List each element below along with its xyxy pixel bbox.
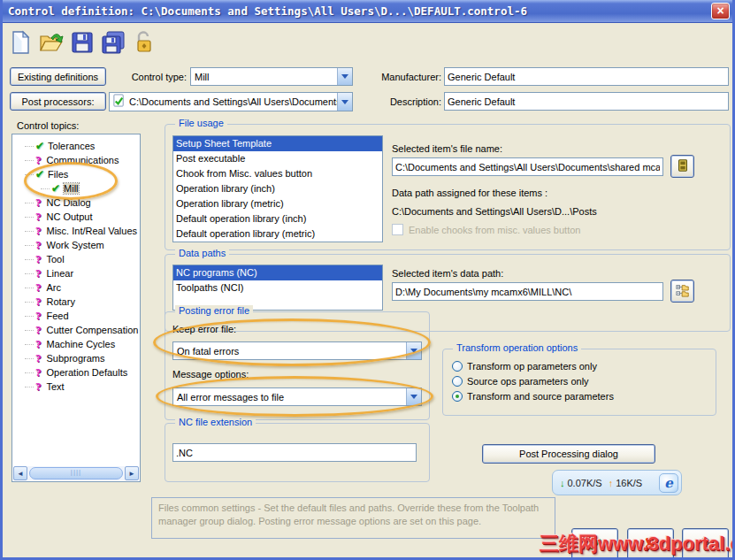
tree-horizontal-scrollbar[interactable]: ◄ ► xyxy=(13,466,139,480)
tree-connector xyxy=(25,273,34,274)
scrollbar-thumb[interactable] xyxy=(29,467,123,479)
tree-item-files[interactable]: ✔Files xyxy=(12,167,140,181)
control-type-combo[interactable]: Mill xyxy=(190,67,353,86)
control-type-dropdown-arrow[interactable] xyxy=(337,68,352,85)
post-processor-combo[interactable]: C:\Documents and Settings\All Users\Docu… xyxy=(109,92,353,111)
magenta-question-icon: ? xyxy=(35,309,42,323)
message-options-label: Message options: xyxy=(172,369,249,380)
tree-item-cutter-compensation[interactable]: ?Cutter Compensation xyxy=(12,323,140,337)
control-definition-dialog: Control definition: C:\Documents and Set… xyxy=(0,0,735,560)
message-options-dropdown-arrow[interactable] xyxy=(406,388,421,405)
internet-explorer-icon[interactable]: e xyxy=(659,473,678,493)
scroll-left-icon[interactable]: ◄ xyxy=(13,466,27,480)
message-options-combo[interactable]: All error messages to file xyxy=(172,387,422,406)
data-path-browse-button[interactable] xyxy=(670,280,694,303)
post-processing-dialog-button[interactable]: Post Processing dialog xyxy=(482,444,655,464)
transform-option-source-ops-parameters-only[interactable]: Source ops parameters only xyxy=(452,373,710,388)
keep-error-file-label: Keep error file: xyxy=(172,324,236,334)
tree-item-nc-output[interactable]: ?NC Output xyxy=(12,210,140,224)
data-paths-item[interactable]: NC programs (NC) xyxy=(173,265,382,280)
keep-error-dropdown-arrow[interactable] xyxy=(406,342,421,359)
transform-option-transform-and-source-parameters[interactable]: Transform and source parameters xyxy=(452,388,710,403)
title-bar[interactable]: Control definition: C:\Documents and Set… xyxy=(0,0,735,23)
open-file-icon[interactable] xyxy=(39,30,64,55)
net-speed-widget[interactable]: ↓ 0.07K/S ↑ 16K/S e xyxy=(552,470,682,495)
enable-chooks-row: Enable chooks from misc. values button xyxy=(392,224,580,235)
status-description: Files common settings - Set the default … xyxy=(151,497,555,539)
radio-icon[interactable] xyxy=(452,361,463,372)
download-speed: 0.07K/S xyxy=(568,478,602,488)
file-usage-list[interactable]: Setup Sheet TemplatePost executableChook… xyxy=(172,135,383,242)
file-usage-item[interactable]: Operation library (metric) xyxy=(173,196,382,211)
tree-item-label: NC Output xyxy=(47,211,93,222)
file-usage-item[interactable]: Chook from Misc. values button xyxy=(173,166,382,181)
file-usage-item[interactable]: Post executable xyxy=(173,151,382,166)
file-usage-item[interactable]: Setup Sheet Template xyxy=(173,136,382,151)
tree-item-text[interactable]: ?Text xyxy=(12,380,140,394)
tree-item-linear[interactable]: ?Linear xyxy=(12,266,140,280)
tree-connector xyxy=(25,217,34,218)
file-usage-item[interactable]: Default operation library (metric) xyxy=(173,226,382,242)
scroll-right-icon[interactable]: ► xyxy=(125,466,139,480)
help-button[interactable]: ? xyxy=(682,528,729,560)
enable-chooks-checkbox[interactable] xyxy=(392,224,403,235)
tree-item-label: Text xyxy=(47,381,65,392)
unlock-icon[interactable] xyxy=(132,30,157,55)
data-path-input[interactable] xyxy=(392,282,663,301)
tree-item-mill[interactable]: ✔Mill xyxy=(12,181,140,196)
new-file-icon[interactable] xyxy=(8,30,33,55)
tree-item-feed[interactable]: ?Feed xyxy=(12,309,140,323)
save-file-icon[interactable] xyxy=(70,30,95,55)
save-as-file-icon[interactable] xyxy=(101,30,126,55)
tree-item-rotary[interactable]: ?Rotary xyxy=(12,295,140,309)
tree-item-tolerances[interactable]: ✔Tolerances xyxy=(12,139,140,153)
tree-item-tool[interactable]: ?Tool xyxy=(12,252,140,266)
radio-icon[interactable] xyxy=(452,391,463,402)
manufacturer-input[interactable] xyxy=(444,67,729,86)
tree-item-work-system[interactable]: ?Work System xyxy=(12,238,140,252)
data-paths-item[interactable]: Toolpaths (NCI) xyxy=(173,280,382,295)
tree-item-subprograms[interactable]: ?Subprograms xyxy=(12,351,140,365)
tree-item-machine-cycles[interactable]: ?Machine Cycles xyxy=(12,337,140,351)
data-paths-title: Data paths xyxy=(175,248,229,258)
data-paths-list[interactable]: NC programs (NC)Toolpaths (NCI) xyxy=(172,265,383,311)
tree-connector xyxy=(25,288,34,288)
tree-item-label: Operation Defaults xyxy=(47,367,128,378)
post-processors-button[interactable]: Post processors: xyxy=(10,92,106,111)
ok-check-icon: ✔ xyxy=(587,534,602,554)
radio-icon[interactable] xyxy=(452,376,463,387)
tree-item-arc[interactable]: ?Arc xyxy=(12,280,140,295)
transform-option-transform-op-parameters-only[interactable]: Transform op parameters only xyxy=(452,358,710,373)
control-topics-tree[interactable]: ✔Tolerances?Communications✔Files✔Mill?NC… xyxy=(11,134,141,482)
transform-radio-list: Transform op parameters onlySource ops p… xyxy=(452,358,710,403)
nc-extension-input[interactable] xyxy=(172,443,417,462)
post-processor-dropdown-arrow[interactable] xyxy=(337,93,352,111)
tree-item-misc-int-real-values[interactable]: ?Misc. Int/Real Values xyxy=(12,224,140,238)
file-name-input[interactable] xyxy=(392,157,663,176)
keep-error-file-combo[interactable]: On fatal errors xyxy=(172,341,422,360)
tree-item-label: Feed xyxy=(47,311,69,321)
tree-item-operation-defaults[interactable]: ?Operation Defaults xyxy=(12,365,140,380)
ok-button[interactable]: ✔ xyxy=(571,528,618,560)
file-usage-item[interactable]: Default operation library (inch) xyxy=(173,211,382,226)
tree-connector xyxy=(25,174,34,175)
tree-item-nc-dialog[interactable]: ?NC Dialog xyxy=(12,196,140,210)
file-browse-button[interactable] xyxy=(670,155,694,178)
magenta-question-icon: ? xyxy=(35,295,42,309)
description-label: Description: xyxy=(372,96,441,107)
tree-connector xyxy=(25,302,34,303)
existing-definitions-button[interactable]: Existing definitions xyxy=(10,67,106,86)
cancel-button[interactable]: ✘ xyxy=(627,528,674,560)
close-button[interactable]: × xyxy=(711,3,730,19)
manufacturer-label: Manufacturer: xyxy=(372,72,441,82)
magenta-question-icon: ? xyxy=(35,280,42,295)
magenta-question-icon: ? xyxy=(35,224,42,238)
description-input[interactable] xyxy=(444,92,729,111)
tree-item-communications[interactable]: ?Communications xyxy=(12,153,140,167)
radio-label: Transform op parameters only xyxy=(467,361,597,372)
file-usage-item[interactable]: Operation library (inch) xyxy=(173,181,382,196)
magenta-question-icon: ? xyxy=(35,323,42,337)
tree-connector xyxy=(25,372,34,373)
cancel-x-icon: ✘ xyxy=(643,534,658,554)
tree-connector xyxy=(25,330,34,331)
